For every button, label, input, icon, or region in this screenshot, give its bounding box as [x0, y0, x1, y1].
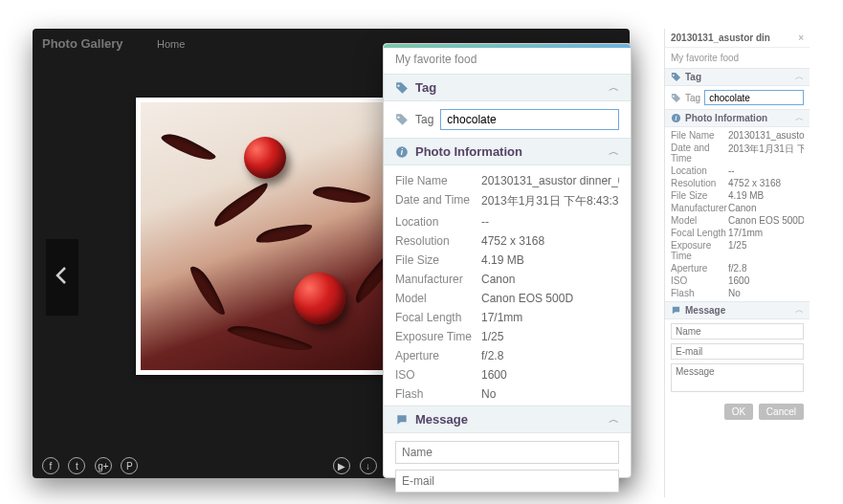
side-panel-title: 20130131_asustor din — [671, 33, 770, 43]
facebook-icon[interactable]: f — [42, 457, 59, 474]
tag-icon — [671, 93, 681, 103]
info-key: Manufacturer — [671, 203, 728, 213]
tag-section-header[interactable]: Tag ︿ — [384, 74, 631, 101]
info-grid: File Name20130131_asustor dinner_0 Date … — [384, 165, 631, 405]
app-title: Photo Gallery — [42, 36, 123, 51]
info-value: 20130131_asustor dinner_0 — [481, 174, 619, 187]
info-section-header[interactable]: i Photo Information ︿ — [384, 138, 631, 165]
info-value: 2013年1月31日 下午8:43:39 — [481, 193, 619, 209]
play-icon[interactable]: ▶ — [333, 457, 350, 474]
info-value: f/2.8 — [728, 263, 746, 274]
info-icon: i — [671, 113, 681, 123]
info-key: ISO — [395, 368, 481, 382]
info-value: 1/25 — [481, 330, 503, 343]
chevron-up-icon: ︿ — [795, 304, 804, 317]
info-value: Canon EOS 500D — [481, 292, 573, 305]
side-message-email-input[interactable] — [671, 343, 804, 360]
info-key: Date and Time — [395, 193, 481, 209]
info-value: 2013年1月31日 下午8:43:39 — [728, 142, 804, 164]
tag-icon — [395, 81, 409, 95]
side-message-name-input[interactable] — [671, 323, 804, 340]
info-panel: My favorite food Tag ︿ Tag i Photo Infor… — [383, 43, 632, 478]
info-key: Exposure Time — [671, 240, 728, 261]
info-value: 1/25 — [728, 240, 746, 261]
side-message-section-label: Message — [685, 305, 725, 316]
info-key: Flash — [671, 288, 728, 298]
chevron-up-icon: ︿ — [609, 144, 619, 159]
chevron-up-icon: ︿ — [609, 412, 619, 427]
side-info-section-header[interactable]: i Photo Information ︿ — [665, 109, 810, 127]
twitter-icon[interactable]: t — [68, 457, 85, 474]
info-section-label: Photo Information — [415, 144, 522, 159]
info-value: 17/1mm — [481, 311, 522, 324]
info-value: -- — [481, 215, 489, 229]
info-key: Exposure Time — [395, 330, 481, 343]
side-panel: 20130131_asustor din × My favorite food … — [664, 29, 810, 497]
info-value: 4.19 MB — [481, 253, 524, 267]
side-tag-field-label: Tag — [685, 93, 700, 103]
tag-icon — [395, 113, 409, 126]
message-icon — [671, 305, 681, 316]
cancel-button[interactable]: Cancel — [759, 404, 804, 420]
tag-row: Tag — [384, 101, 631, 138]
info-value: Canon — [728, 203, 756, 213]
info-value: 4.19 MB — [728, 190, 764, 201]
info-key: Resolution — [671, 178, 728, 188]
info-value: No — [481, 387, 496, 401]
info-key: File Size — [671, 190, 728, 201]
panel-title: My favorite food — [384, 44, 631, 74]
side-panel-subtitle: My favorite food — [665, 48, 810, 68]
info-key: File Size — [395, 253, 481, 267]
side-info-section-label: Photo Information — [685, 113, 767, 123]
info-key: Aperture — [671, 263, 728, 274]
message-name-input[interactable] — [395, 441, 619, 464]
side-tag-section-header[interactable]: Tag ︿ — [665, 68, 810, 86]
info-key: ISO — [671, 275, 728, 286]
googleplus-icon[interactable]: g+ — [95, 457, 112, 474]
message-section-header[interactable]: Message ︿ — [384, 405, 631, 433]
info-key: Aperture — [395, 349, 481, 362]
info-key: Location — [671, 165, 728, 176]
info-icon: i — [395, 145, 409, 159]
chevron-up-icon: ︿ — [795, 71, 804, 83]
info-value: 4752 x 3168 — [728, 178, 781, 188]
plurk-icon[interactable]: P — [121, 457, 138, 474]
info-value: 4752 x 3168 — [481, 234, 544, 248]
photo-image[interactable] — [141, 102, 422, 370]
info-value: f/2.8 — [481, 349, 503, 362]
side-tag-section-label: Tag — [685, 72, 701, 82]
message-section-label: Message — [415, 412, 468, 427]
info-key: Focal Length — [671, 228, 728, 238]
info-key: Location — [395, 215, 481, 229]
prev-button[interactable] — [46, 239, 78, 316]
download-icon[interactable]: ↓ — [360, 457, 377, 474]
side-message-section-header[interactable]: Message ︿ — [665, 301, 810, 319]
side-message-body-input[interactable] — [671, 363, 804, 392]
info-value: 20130131_asustor dinner_0 — [728, 130, 804, 141]
info-key: Date and Time — [671, 142, 728, 164]
svg-text:i: i — [676, 115, 677, 121]
info-key: Resolution — [395, 234, 481, 248]
info-key: File Name — [395, 174, 481, 187]
tag-section-label: Tag — [415, 80, 436, 95]
close-icon[interactable]: × — [798, 33, 804, 43]
message-email-input[interactable] — [395, 470, 619, 493]
info-value: No — [728, 288, 741, 298]
breadcrumb-home[interactable]: Home — [157, 38, 185, 50]
info-value: Canon — [481, 273, 515, 286]
chevron-up-icon: ︿ — [609, 80, 619, 95]
tag-input[interactable] — [440, 109, 619, 130]
info-key: Model — [671, 215, 728, 226]
info-key: Focal Length — [395, 311, 481, 324]
info-key: Flash — [395, 387, 481, 401]
info-value: Canon EOS 500D — [728, 215, 804, 226]
info-value: 1600 — [481, 368, 507, 382]
info-key: File Name — [671, 130, 728, 141]
tag-icon — [671, 72, 681, 82]
info-value: 17/1mm — [728, 228, 763, 238]
info-key: Model — [395, 292, 481, 305]
ok-button[interactable]: OK — [724, 404, 753, 420]
tag-field-label: Tag — [415, 113, 433, 126]
side-tag-input[interactable] — [704, 90, 804, 105]
message-icon — [395, 413, 409, 427]
